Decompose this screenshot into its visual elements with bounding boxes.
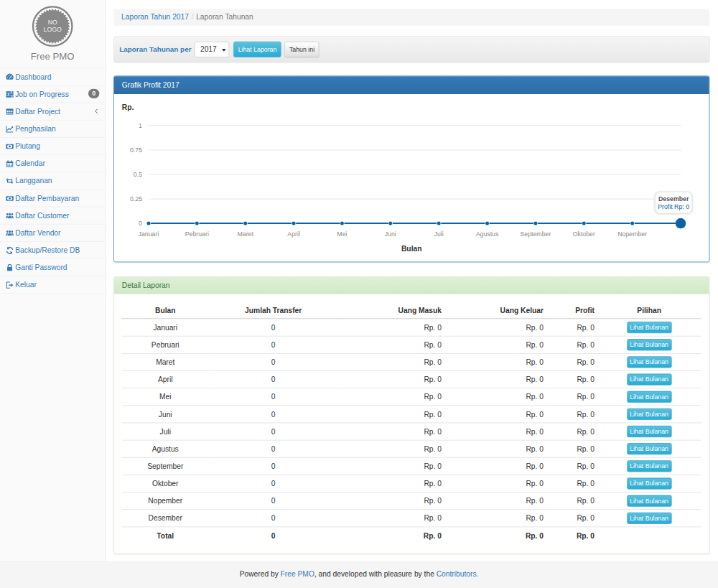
svg-text:April: April [287,230,300,238]
svg-text:0.75: 0.75 [130,146,142,154]
svg-text:Oktober: Oktober [573,230,595,238]
svg-text:Nopember: Nopember [617,230,647,238]
svg-text:Maret: Maret [238,230,254,238]
svg-text:Juni: Juni [385,230,396,238]
svg-text:Pebruari: Pebruari [185,230,209,238]
svg-text:LOGO: LOGO [44,26,62,33]
svg-text:Agustus: Agustus [476,230,499,238]
svg-text:1: 1 [139,122,142,129]
svg-text:September: September [520,230,551,238]
svg-text:0.5: 0.5 [134,171,142,178]
svg-text:NO: NO [48,19,57,26]
svg-text:Mei: Mei [337,230,347,238]
svg-text:0: 0 [139,220,142,227]
svg-text:0.25: 0.25 [130,195,142,202]
svg-text:Juli: Juli [434,230,444,238]
svg-text:Januari: Januari [139,230,159,238]
